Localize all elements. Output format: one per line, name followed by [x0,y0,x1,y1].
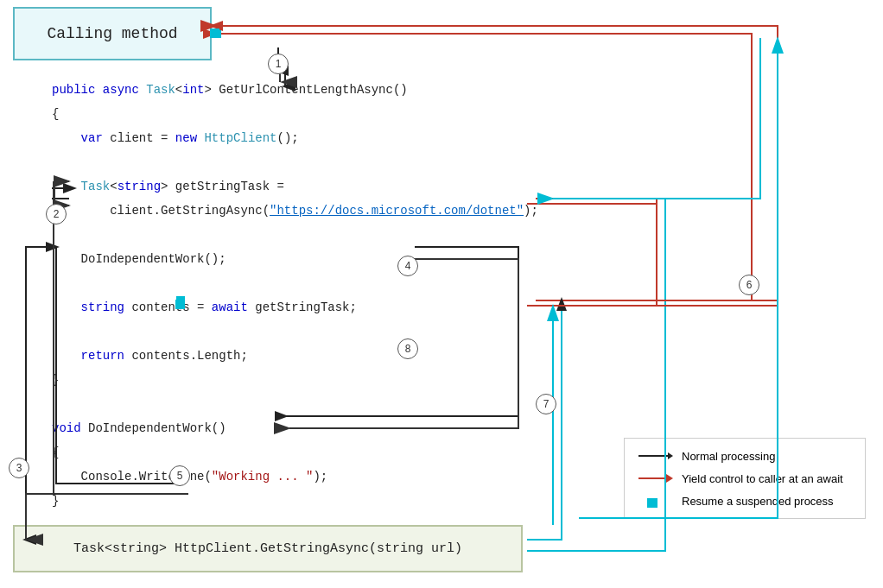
code-line-16: { [52,440,538,465]
code-line-14 [52,392,538,416]
circle-6: 6 [739,275,759,295]
code-line-4 [52,150,538,174]
circle-8: 8 [397,338,418,359]
legend-yield-label: Yield control to caller at an await [682,472,843,485]
svg-marker-1 [668,452,673,459]
circle-1: 1 [268,54,289,74]
code-line-1: public async Task<int> GetUrlContentLeng… [52,78,538,102]
yield-arrow-icon [638,471,673,485]
svg-rect-4 [647,498,657,508]
code-line-13: } [52,368,538,392]
code-line-6: client.GetStringAsync("https://docs.micr… [52,199,538,223]
legend-item-normal: Normal processing [638,449,851,463]
calling-method-box: Calling method [13,7,212,60]
resume-icon [638,494,673,508]
svg-rect-10 [213,29,221,38]
legend-normal-label: Normal processing [682,450,775,463]
code-line-5: Task<string> getStringTask = [52,174,538,199]
code-line-12: return contents.Length; [52,344,538,368]
circle-7: 7 [536,394,556,414]
legend-box: Normal processing Yield control to calle… [624,438,866,519]
code-line-3: var client = new HttpClient(); [52,126,538,150]
svg-rect-5 [213,29,221,38]
normal-arrow-icon [638,449,673,463]
code-line-9 [52,271,538,295]
circle-5: 5 [169,465,190,486]
circle-2: 2 [46,204,67,224]
circle-4: 4 [397,256,418,276]
calling-method-label: Calling method [47,25,177,42]
legend-item-yield: Yield control to caller at an await [638,471,851,485]
code-line-7 [52,223,538,247]
code-line-8: DoIndependentWork(); [52,247,538,271]
circle-3: 3 [9,458,29,478]
legend-item-resume: Resume a suspended process [638,494,851,508]
code-line-10: string contents = await getStringTask; [52,295,538,319]
code-line-18: } [52,489,538,513]
legend-resume-label: Resume a suspended process [682,495,834,508]
code-line-11 [52,319,538,344]
httpclient-label: Task<string> HttpClient.GetStringAsync(s… [73,541,462,556]
code-line-15: void DoIndependentWork() [52,416,538,440]
httpclient-box: Task<string> HttpClient.GetStringAsync(s… [13,525,523,572]
code-line-17: Console.WriteLine("Working ... "); [52,465,538,489]
diagram-container: Calling method Task<string> HttpClient.G… [0,0,883,588]
code-line-2: { [52,102,538,126]
svg-marker-3 [666,474,673,483]
code-area: public async Task<int> GetUrlContentLeng… [52,78,538,513]
